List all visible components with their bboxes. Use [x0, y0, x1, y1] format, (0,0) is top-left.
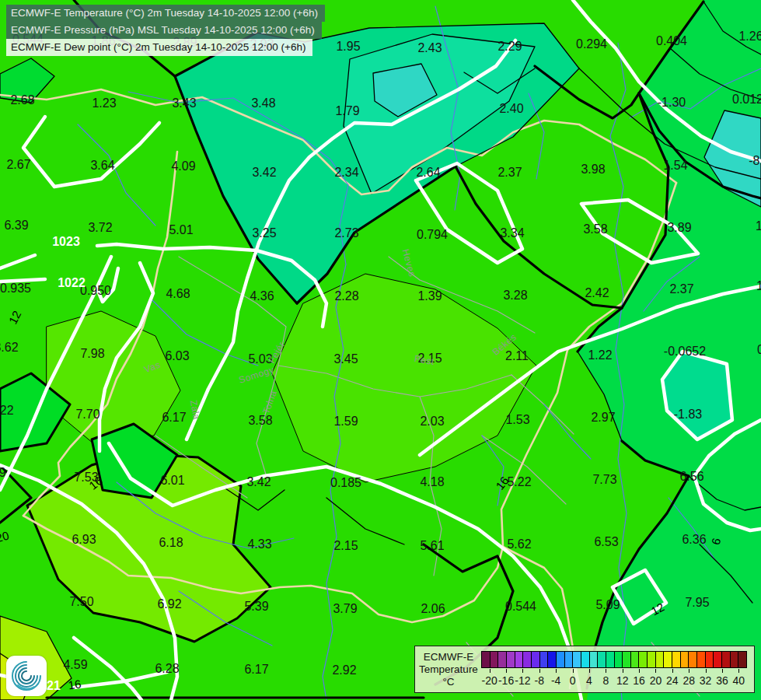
dewpoint-value-label: 6.28 [155, 662, 179, 676]
dewpoint-value-label: 1.22 [0, 404, 14, 418]
isobar-pressure-label: 1023 [52, 235, 80, 249]
dewpoint-value-label: 3.58 [583, 222, 607, 236]
dewpoint-value-label: 1.53 [505, 413, 529, 427]
contour-value-label: 12 [6, 309, 24, 327]
dewpoint-value-label: -8.4 [749, 154, 761, 168]
contour-value-label: 16 [86, 474, 105, 492]
dewpoint-value-label: 1.23 [92, 96, 116, 110]
dewpoint-value-label: 4.36 [250, 289, 274, 303]
county-name-label: Pest [414, 353, 435, 367]
colorbar-tick [672, 669, 673, 673]
dewpoint-value-label: 3.34 [500, 226, 524, 240]
dewpoint-value-label: 2.29 [497, 40, 522, 54]
dewpoint-value-label: 1.39 [417, 289, 442, 303]
dewpoint-value-label: 3.62 [0, 341, 19, 355]
dewpoint-value-label: 4.59 [63, 658, 87, 672]
colorbar-tick-label: 24 [666, 674, 679, 687]
dewpoint-value-label: 7.50 [69, 595, 93, 609]
colorbar-tick [506, 669, 507, 673]
dewpoint-value-label: -1.83 [674, 408, 702, 422]
dewpoint-value-label: 0.544 [505, 600, 536, 614]
colorbar-tick [655, 669, 656, 673]
dewpoint-value-label: 2.03 [420, 415, 444, 429]
dewpoint-value-label: 5.39 [244, 600, 268, 614]
county-name-label: Somogy [237, 364, 275, 386]
colorbar-tick-label: -16 [498, 674, 514, 687]
dewpoint-value-label: 3.98 [581, 163, 605, 177]
dewpoint-value-label: 2.97 [591, 411, 615, 425]
colorbar-tick-label: 40 [733, 674, 745, 687]
county-name-label: Fejér [266, 340, 287, 366]
dewpoint-value-label: 0.404 [656, 34, 687, 48]
dewpoint-value-label: 4.18 [420, 475, 444, 489]
provider-logo [6, 656, 47, 696]
colorbar-tick [573, 669, 574, 673]
colorbar-tick-label: 4 [586, 674, 592, 687]
colorbar-tick-label: -4 [551, 674, 560, 687]
dewpoint-value-label: 3.72 [88, 221, 112, 235]
dewpoint-value-label: 2.37 [497, 166, 522, 180]
dewpoint-value-label: 6.53 [594, 535, 618, 549]
colorbar-tick [689, 669, 689, 673]
county-name-label: Heves [400, 248, 418, 278]
dewpoint-value-label: 2.68 [10, 93, 34, 107]
dewpoint-value-label: 1.4 [756, 279, 761, 293]
dewpoint-value-label: 2.06 [421, 602, 445, 616]
dewpoint-value-label: 7.73 [592, 473, 616, 487]
dewpoint-value-label: 4.09 [171, 159, 195, 173]
colorbar-tick-label: 32 [700, 674, 712, 687]
dewpoint-value-label: 6.92 [157, 597, 181, 611]
dewpoint-value-label: 2.42 [585, 286, 609, 300]
colorbar-tick [539, 669, 540, 673]
dewpoint-value-label: 3.45 [333, 352, 358, 366]
dewpoint-value-label: 0.950 [80, 284, 111, 298]
colorbar-tick [556, 669, 557, 673]
dewpoint-value-label: 6.03 [165, 349, 189, 363]
dewpoint-value-label: 3.64 [90, 159, 114, 173]
dewpoint-value-label: 2.73 [334, 226, 358, 240]
dewpoint-value-label: 0.935 [0, 282, 31, 296]
colorbar-tick-label: 36 [716, 674, 728, 687]
dewpoint-value-label: 2.64 [416, 166, 440, 180]
dewpoint-value-label: 1.95 [336, 40, 360, 54]
colorbar-tick-label: 16 [633, 674, 645, 687]
header-line-3: ECMWF-E Dew point (°C) 2m Tuesday 14-10-… [6, 39, 312, 56]
dewpoint-value-label: 5.61 [420, 539, 444, 553]
dewpoint-value-label: 5.03 [248, 352, 272, 366]
colorbar-tick-label: 8 [602, 674, 609, 687]
dewpoint-value-label: 1.26 [738, 30, 761, 44]
dewpoint-value-label: 3.42 [246, 475, 271, 489]
spiral-icon [6, 656, 47, 696]
dewpoint-value-label: 0.2 [757, 343, 761, 357]
colorbar-tick [490, 669, 490, 673]
dewpoint-value-label: 6.56 [679, 470, 703, 484]
dewpoint-value-label: 7.95 [685, 596, 709, 610]
dewpoint-value-label: 0.794 [417, 228, 448, 242]
dewpoint-value-label: 2.28 [334, 289, 358, 303]
dewpoint-value-label: 3.58 [248, 414, 272, 428]
dewpoint-value-label: 2.37 [669, 282, 693, 296]
colorbar-tick-label: 12 [616, 674, 629, 687]
colorbar-tick [738, 669, 739, 673]
dewpoint-value-label: 1.79 [335, 104, 359, 118]
county-name-label: Zala [188, 399, 202, 420]
dewpoint-value-label: 1.54 [663, 159, 687, 173]
colorbar-tick [623, 669, 623, 673]
colorbar-tick [722, 669, 723, 673]
contour-value-label: 6 [709, 537, 724, 546]
contour-value-label: 12 [649, 600, 667, 618]
dewpoint-value-label: 0.012 [732, 93, 761, 107]
dewpoint-value-label: 5.62 [507, 537, 531, 551]
dewpoint-value-label: 0.185 [330, 476, 361, 490]
dewpoint-value-label: 6.36 [682, 533, 706, 547]
header-line-1: ECMWF-E Temperature (°C) 2m Tuesday 14-1… [6, 5, 325, 22]
weather-map-screenshot: 0.5441.862.892.931.952.432.290.2940.4041… [0, 0, 761, 700]
county-name-label: Vas [143, 359, 162, 375]
dewpoint-value-label: 3.25 [252, 226, 276, 240]
dewpoint-value-label: 2.92 [332, 663, 356, 677]
dewpoint-value-label: 7.53 [74, 471, 98, 485]
colorbar-tick [522, 669, 523, 673]
colorbar-tick-label: 20 [650, 674, 662, 687]
dewpoint-value-label: 3.89 [667, 221, 691, 235]
dewpoint-value-label: 2.67 [6, 158, 30, 172]
